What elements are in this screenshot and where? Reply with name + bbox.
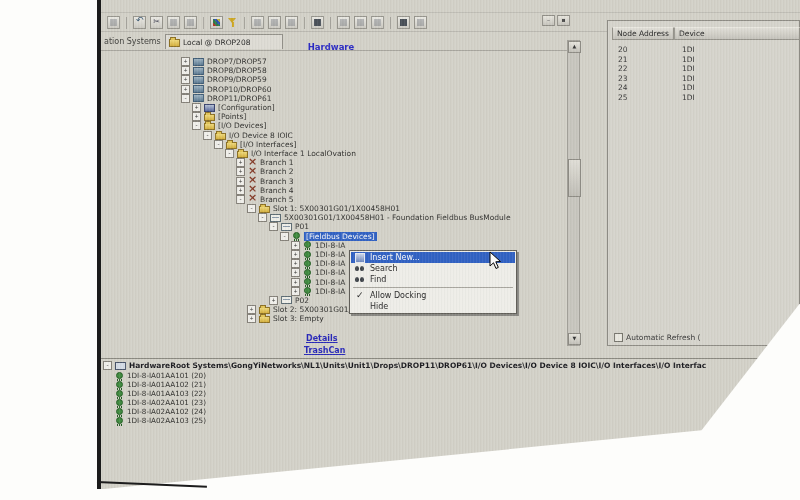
tree-expander-icon[interactable]: + bbox=[181, 66, 190, 75]
tree-expander-icon[interactable]: + bbox=[291, 268, 300, 277]
tree-expander-icon[interactable]: - bbox=[192, 121, 201, 130]
tree-expander-icon[interactable]: + bbox=[291, 241, 300, 250]
tree-item[interactable]: + [Points] bbox=[101, 112, 565, 121]
list-item[interactable]: 1DI-8-IA01AA102 (21) bbox=[115, 380, 206, 389]
list-item[interactable]: 1DI-8-IA02AA103 (25) bbox=[115, 416, 206, 425]
toolbar-filter-icon[interactable] bbox=[227, 17, 238, 28]
tree-expander-icon[interactable]: - bbox=[203, 131, 212, 140]
list-item[interactable]: 1DI-8-IA02AA101 (23) bbox=[115, 398, 206, 407]
tree-item[interactable]: + Branch 4 bbox=[101, 186, 565, 195]
toolbar-grip-button[interactable]: ▪ bbox=[557, 15, 570, 26]
context-menu-item[interactable]: Hide bbox=[351, 301, 515, 312]
tree-expander-icon[interactable]: - bbox=[236, 195, 245, 204]
toolbar-collapse-button[interactable]: – bbox=[542, 15, 555, 26]
tree-item[interactable]: - Branch 5 bbox=[101, 195, 565, 204]
tree-expander-icon[interactable]: + bbox=[236, 158, 245, 167]
table-row[interactable]: 21 1DI bbox=[608, 55, 799, 65]
tree-expander-icon[interactable]: + bbox=[192, 103, 201, 112]
tree-item[interactable]: + Branch 3 bbox=[101, 176, 565, 185]
context-menu-item[interactable]: Find bbox=[351, 274, 515, 285]
tree-item[interactable]: + Branch 2 bbox=[101, 167, 565, 176]
tree-item[interactable]: + DROP10/DROP60 bbox=[101, 85, 565, 94]
tree-expander-icon[interactable]: + bbox=[236, 167, 245, 176]
toolbar-copy-icon[interactable] bbox=[167, 16, 180, 29]
table-row[interactable]: 23 1DI bbox=[608, 74, 799, 84]
details-link[interactable]: Details bbox=[306, 334, 338, 343]
tree-expander-icon[interactable]: + bbox=[236, 186, 245, 195]
tree-item[interactable]: - Slot 1: 5X00301G01/1X00458H01 bbox=[101, 204, 565, 213]
table-row[interactable]: 24 1DI bbox=[608, 83, 799, 93]
toolbar-separator[interactable] bbox=[390, 17, 391, 29]
tree-item[interactable]: - [Fieldbus Devices] bbox=[101, 232, 565, 241]
bottom-root-row[interactable]: - HardwareRoot Systems\GongYiNetworks\NL… bbox=[103, 361, 795, 370]
scroll-down-icon[interactable]: ▼ bbox=[568, 333, 581, 345]
tree-expander-icon[interactable]: - bbox=[247, 204, 256, 213]
tree-item[interactable]: + Slot 3: Empty bbox=[101, 314, 565, 323]
tree-expander-icon[interactable]: + bbox=[247, 314, 256, 323]
tree-item[interactable]: - I/O Interface 1 LocalOvation bbox=[101, 149, 565, 158]
list-item[interactable]: 1DI-8-IA01AA103 (22) bbox=[115, 389, 206, 398]
toolbar-search-icon[interactable] bbox=[397, 16, 410, 29]
toolbar-separator[interactable] bbox=[330, 17, 331, 29]
toolbar-save-icon[interactable] bbox=[268, 16, 281, 29]
column-header-node-address[interactable]: Node Address bbox=[612, 27, 674, 40]
table-row[interactable]: 22 1DI bbox=[608, 64, 799, 74]
tree-item[interactable]: + DROP9/DROP59 bbox=[101, 75, 565, 84]
tree-item[interactable]: + 1DI-8-IA bbox=[101, 241, 565, 250]
table-row[interactable]: 25 1DI bbox=[608, 93, 799, 103]
toolbar-camera-icon[interactable] bbox=[311, 16, 324, 29]
toolbar-pan-icon[interactable] bbox=[414, 16, 427, 29]
toolbar-separator[interactable] bbox=[304, 17, 305, 29]
tree-expander-icon[interactable]: + bbox=[269, 296, 278, 305]
toolbar-undo-icon[interactable] bbox=[133, 16, 146, 29]
trashcan-link[interactable]: TrashCan bbox=[304, 346, 345, 355]
tree-item[interactable]: + DROP8/DROP58 bbox=[101, 66, 565, 75]
context-menu-item[interactable]: Allow Docking bbox=[351, 290, 515, 301]
tree-expander-icon[interactable]: - bbox=[181, 94, 190, 103]
scroll-thumb[interactable] bbox=[568, 159, 581, 197]
tree-item[interactable]: - DROP11/DROP61 bbox=[101, 94, 565, 103]
toolbar-cut-icon[interactable] bbox=[150, 16, 163, 29]
toolbar-copy-screen-icon[interactable] bbox=[285, 16, 298, 29]
tree-expander-icon[interactable]: + bbox=[236, 177, 245, 186]
tree-expander-icon[interactable]: - bbox=[103, 361, 112, 370]
tree-expander-icon[interactable]: - bbox=[214, 140, 223, 149]
toolbar-delete-icon[interactable] bbox=[354, 16, 367, 29]
scroll-up-icon[interactable]: ▲ bbox=[568, 41, 581, 53]
tree-expander-icon[interactable]: + bbox=[181, 85, 190, 94]
tree-expander-icon[interactable]: - bbox=[225, 149, 234, 158]
column-header-device[interactable]: Device bbox=[674, 27, 800, 40]
toolbar-paste-icon[interactable] bbox=[184, 16, 197, 29]
tree-item[interactable]: - [I/O Interfaces] bbox=[101, 140, 565, 149]
toolbar-refresh-icon[interactable] bbox=[371, 16, 384, 29]
toolbar-separator[interactable] bbox=[244, 17, 245, 29]
tree-item[interactable]: - P01 bbox=[101, 222, 565, 231]
table-row[interactable]: 20 1DI bbox=[608, 45, 799, 55]
toolbar-select-icon[interactable] bbox=[337, 16, 350, 29]
tree-expander-icon[interactable]: + bbox=[291, 278, 300, 287]
context-menu-item[interactable] bbox=[353, 287, 513, 288]
tree-expander-icon[interactable]: + bbox=[181, 57, 190, 66]
tree-expander-icon[interactable]: + bbox=[192, 112, 201, 121]
tree-expander-icon[interactable]: + bbox=[181, 75, 190, 84]
tree-expander-icon[interactable]: - bbox=[280, 232, 289, 241]
tree-expander-icon[interactable]: + bbox=[247, 305, 256, 314]
tree-expander-icon[interactable]: + bbox=[291, 250, 300, 259]
tree-item[interactable]: - I/O Device 8 IOIC bbox=[101, 131, 565, 140]
tree-expander-icon[interactable]: - bbox=[269, 222, 278, 231]
tree-item[interactable]: + Branch 1 bbox=[101, 158, 565, 167]
tree-item[interactable]: + [Configuration] bbox=[101, 103, 565, 112]
tree-expander-icon[interactable]: + bbox=[291, 287, 300, 296]
list-item[interactable]: 1DI-8-IA01AA101 (20) bbox=[115, 371, 206, 380]
tree-item[interactable]: - [I/O Devices] bbox=[101, 121, 565, 130]
automatic-refresh-checkbox[interactable] bbox=[614, 333, 623, 342]
toolbar-print-icon[interactable] bbox=[107, 16, 120, 29]
toolbar-separator[interactable] bbox=[126, 17, 127, 29]
toolbar-image-icon[interactable] bbox=[210, 16, 223, 29]
list-item[interactable]: 1DI-8-IA02AA102 (24) bbox=[115, 407, 206, 416]
tree-scrollbar[interactable]: ▲ ▼ bbox=[567, 40, 580, 346]
toolbar-open-icon[interactable] bbox=[251, 16, 264, 29]
tree-expander-icon[interactable]: - bbox=[258, 213, 267, 222]
toolbar-separator[interactable] bbox=[203, 17, 204, 29]
tree-item[interactable]: - 5X00301G01/1X00458H01 - Foundation Fie… bbox=[101, 213, 565, 222]
